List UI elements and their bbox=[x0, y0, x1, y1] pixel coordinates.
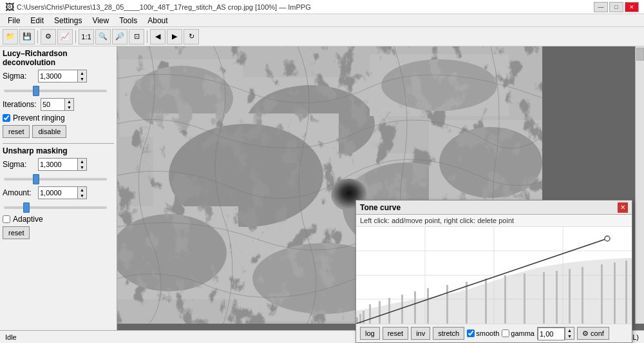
sigma-input-wrap: ▲ ▼ bbox=[38, 70, 87, 83]
sigma-spin-up[interactable]: ▲ bbox=[78, 70, 86, 76]
tc-reset-button[interactable]: reset bbox=[383, 327, 408, 340]
smooth-checkbox[interactable] bbox=[467, 329, 475, 337]
unsharp-sigma-spin-up[interactable]: ▲ bbox=[78, 159, 86, 164]
iterations-spin-up[interactable]: ▲ bbox=[65, 99, 73, 104]
sigma-input[interactable] bbox=[39, 70, 77, 82]
svg-rect-37 bbox=[614, 262, 616, 324]
tone-curve-svg bbox=[356, 227, 632, 324]
image-area[interactable]: Tone curve ✕ Left click: add/move point,… bbox=[117, 46, 644, 343]
gamma-checkbox[interactable] bbox=[502, 329, 509, 337]
sigma-slider[interactable] bbox=[4, 90, 107, 92]
tool-zoom-100[interactable]: 1:1 bbox=[79, 29, 94, 44]
svg-point-39 bbox=[605, 236, 610, 241]
vertical-scrollbar[interactable] bbox=[635, 46, 644, 324]
svg-point-5 bbox=[169, 124, 323, 227]
svg-point-7 bbox=[439, 127, 542, 198]
tc-conf-button[interactable]: ⚙ conf bbox=[577, 327, 609, 340]
svg-rect-38 bbox=[625, 260, 627, 324]
unsharp-sigma-input[interactable] bbox=[39, 159, 77, 170]
tool-tone[interactable]: 📈 bbox=[57, 29, 73, 44]
tool-zoom-out[interactable]: 🔎 bbox=[112, 29, 128, 44]
prevent-ringing-label: Prevent ringing bbox=[13, 113, 65, 122]
svg-rect-28 bbox=[466, 282, 468, 324]
tc-value-input[interactable] bbox=[538, 328, 565, 340]
sigma-slider-wrap bbox=[3, 85, 114, 94]
tool-rotate[interactable]: ↻ bbox=[184, 29, 199, 44]
tc-spin-up[interactable]: ▲ bbox=[565, 328, 574, 333]
lr-reset-button[interactable]: reset bbox=[3, 125, 30, 138]
tc-spin-down[interactable]: ▼ bbox=[565, 333, 574, 339]
svg-rect-35 bbox=[582, 267, 583, 324]
toolbar-sep3 bbox=[147, 30, 147, 43]
tc-stretch-button[interactable]: stretch bbox=[433, 327, 464, 340]
sigma-spin-btns: ▲ ▼ bbox=[77, 70, 86, 82]
tool-zoom-in[interactable]: 🔍 bbox=[95, 29, 111, 44]
amount-spin-down[interactable]: ▼ bbox=[78, 193, 86, 199]
iterations-input-wrap: ▲ ▼ bbox=[41, 98, 74, 111]
tc-inv-button[interactable]: inv bbox=[411, 327, 430, 340]
gamma-label: gamma bbox=[511, 329, 535, 337]
amount-spin-up[interactable]: ▲ bbox=[78, 187, 86, 193]
iterations-input[interactable] bbox=[41, 99, 64, 110]
iterations-spin-down[interactable]: ▼ bbox=[65, 104, 73, 110]
toolbar: 📁 💾 ⚙ 📈 1:1 🔍 🔎 ⊡ ◀ ▶ ↻ bbox=[0, 27, 644, 46]
menu-about[interactable]: About bbox=[142, 15, 173, 26]
sigma-row: Sigma: ▲ ▼ bbox=[3, 70, 114, 83]
status-left: Idle bbox=[5, 333, 17, 341]
unsharp-btn-row: reset bbox=[3, 226, 114, 239]
dialog-title: Tone curve bbox=[360, 203, 401, 212]
svg-rect-24 bbox=[401, 295, 403, 324]
svg-rect-21 bbox=[369, 304, 371, 324]
amount-spin-btns: ▲ ▼ bbox=[77, 187, 86, 199]
maximize-button[interactable]: □ bbox=[609, 2, 623, 12]
tool-save[interactable]: 💾 bbox=[19, 29, 35, 44]
menu-file[interactable]: File bbox=[3, 15, 25, 26]
minimize-button[interactable]: — bbox=[594, 2, 608, 12]
app-icon: 🖼 bbox=[5, 2, 14, 12]
svg-rect-29 bbox=[485, 279, 487, 324]
sigma-label: Sigma: bbox=[3, 72, 38, 81]
dialog-instruction: Left click: add/move point, right click:… bbox=[356, 215, 632, 227]
dialog-close-button[interactable]: ✕ bbox=[618, 202, 628, 213]
scrollbar-thumb-v[interactable] bbox=[636, 48, 644, 61]
amount-slider[interactable] bbox=[4, 206, 107, 209]
tc-log-button[interactable]: log bbox=[360, 327, 380, 340]
amount-row: Amount: ▲ ▼ bbox=[3, 186, 114, 199]
svg-rect-32 bbox=[543, 272, 545, 324]
unsharp-sigma-spin-btns: ▲ ▼ bbox=[77, 159, 86, 170]
prevent-ringing-checkbox[interactable] bbox=[3, 114, 10, 122]
unsharp-sigma-label: Sigma: bbox=[3, 160, 38, 169]
unsharp-reset-button[interactable]: reset bbox=[3, 226, 30, 239]
tool-fit[interactable]: ⊡ bbox=[129, 29, 144, 44]
tool-prev[interactable]: ◀ bbox=[150, 29, 166, 44]
svg-rect-36 bbox=[601, 264, 603, 324]
adaptive-row: Adaptive bbox=[3, 215, 114, 224]
unsharp-sigma-row: Sigma: ▲ ▼ bbox=[3, 158, 114, 171]
adaptive-checkbox[interactable] bbox=[3, 215, 10, 223]
svg-rect-23 bbox=[388, 298, 390, 324]
amount-input[interactable] bbox=[39, 187, 77, 199]
sigma-spin-down[interactable]: ▼ bbox=[78, 76, 86, 82]
amount-input-wrap: ▲ ▼ bbox=[38, 186, 87, 199]
menu-view[interactable]: View bbox=[87, 15, 114, 26]
smooth-wrap: smooth bbox=[467, 329, 499, 337]
smooth-label: smooth bbox=[476, 329, 499, 337]
tool-processing[interactable]: ⚙ bbox=[41, 29, 56, 44]
menu-settings[interactable]: Settings bbox=[49, 15, 87, 26]
svg-rect-34 bbox=[569, 269, 571, 324]
svg-rect-27 bbox=[446, 285, 448, 324]
unsharp-sigma-slider[interactable] bbox=[4, 178, 107, 181]
unsharp-sigma-slider-wrap bbox=[3, 173, 114, 182]
tone-curve-canvas[interactable] bbox=[356, 227, 632, 324]
panel-divider1 bbox=[3, 143, 114, 144]
tool-next[interactable]: ▶ bbox=[167, 29, 182, 44]
lr-disable-button[interactable]: disable bbox=[32, 125, 66, 138]
dialog-title-bar: Tone curve ✕ bbox=[356, 201, 632, 215]
menu-tools[interactable]: Tools bbox=[114, 15, 142, 26]
tool-open[interactable]: 📁 bbox=[3, 29, 18, 44]
lr-btn-row: reset disable bbox=[3, 125, 114, 138]
unsharp-sigma-spin-down[interactable]: ▼ bbox=[78, 164, 86, 170]
menu-edit[interactable]: Edit bbox=[25, 15, 49, 26]
close-button[interactable]: ✕ bbox=[625, 2, 639, 12]
iterations-label: Iterations: bbox=[3, 100, 38, 109]
